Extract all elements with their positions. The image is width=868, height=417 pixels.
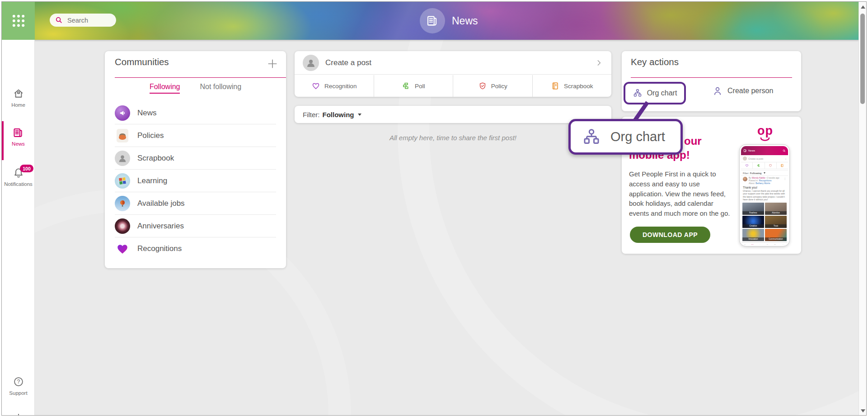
scroll-down-arrow[interactable] bbox=[861, 409, 865, 412]
search-icon bbox=[55, 16, 63, 24]
list-item-label: News bbox=[137, 109, 157, 118]
callout-label: Org chart bbox=[610, 129, 665, 144]
list-item-learning[interactable]: Learning bbox=[115, 170, 276, 192]
filter-value: Following bbox=[323, 111, 354, 118]
scrapbook-button[interactable]: Scrapbook bbox=[533, 75, 612, 97]
filter-value: Following bbox=[750, 172, 762, 175]
cube-avatar bbox=[115, 173, 130, 189]
list-item-news[interactable]: News bbox=[115, 102, 276, 124]
recognition-button[interactable]: Recognition bbox=[295, 75, 374, 97]
ring-avatar bbox=[115, 218, 130, 234]
phone-screen: News Create a post › Filter: bbox=[741, 146, 788, 245]
action-label: Org chart bbox=[647, 89, 677, 97]
org-chart-icon bbox=[633, 88, 643, 98]
list-item-recognitions[interactable]: Recognitions bbox=[115, 237, 276, 260]
download-app-button[interactable]: DOWNLOAD APP bbox=[630, 227, 710, 243]
poll-button[interactable]: Poll bbox=[374, 75, 454, 97]
shield-check-icon bbox=[478, 81, 487, 90]
list-item-label: Scrapbook bbox=[137, 154, 174, 163]
list-item-anniversaries[interactable]: Anniversaries bbox=[115, 215, 276, 237]
news-icon bbox=[743, 149, 747, 152]
left-sidebar: Home News Notifications 100 bbox=[2, 40, 35, 415]
list-item-available-jobs[interactable]: Available jobs bbox=[115, 192, 276, 215]
person-icon bbox=[712, 85, 723, 96]
logo-text: op bbox=[757, 125, 773, 137]
promo-heading-line1: our bbox=[684, 135, 702, 147]
person-avatar bbox=[115, 151, 130, 166]
key-actions-title: Key actions bbox=[631, 57, 679, 67]
action-label: Scrapbook bbox=[564, 83, 593, 90]
sidebar-item-news[interactable]: News bbox=[2, 127, 35, 147]
phone-mockup: News Create a post › Filter: bbox=[739, 144, 790, 246]
list-item-policies[interactable]: Policies bbox=[115, 124, 276, 147]
list-item-label: Recognitions bbox=[137, 244, 182, 253]
tab-not-following[interactable]: Not following bbox=[200, 83, 241, 94]
communities-panel: Communities Following Not following News… bbox=[105, 51, 286, 268]
feed-filter-bar[interactable]: Filter: Following bbox=[295, 106, 611, 123]
post-body: Chance, I cannot thank you enough for al… bbox=[743, 190, 786, 201]
tab-following[interactable]: Following bbox=[150, 83, 180, 94]
page-title-group: News bbox=[420, 8, 478, 33]
grid-tile: Creative bbox=[742, 216, 764, 228]
filter-label: Filter: bbox=[743, 172, 749, 175]
action-label: Create person bbox=[727, 87, 773, 95]
shield-check-icon bbox=[765, 162, 777, 169]
search-input[interactable] bbox=[66, 16, 111, 24]
scrollbar-thumb[interactable] bbox=[860, 14, 865, 104]
action-label: Recognition bbox=[324, 83, 357, 90]
communities-tabs: Following Not following bbox=[105, 83, 286, 94]
search-box[interactable] bbox=[50, 14, 116, 27]
phone-create-post-label: Create a post bbox=[748, 157, 784, 160]
phone-header: News bbox=[741, 146, 788, 155]
avatar bbox=[743, 156, 747, 161]
sidebar-item-label: News bbox=[12, 141, 25, 147]
communities-list: News Policies Scrapbook Lea bbox=[105, 102, 286, 260]
create-post-prompt: Create a post bbox=[325, 58, 588, 67]
news-icon bbox=[12, 127, 24, 139]
org-chart-icon bbox=[582, 127, 601, 147]
logo-smile bbox=[757, 137, 773, 142]
list-item-scrapbook[interactable]: Scrapbook bbox=[115, 147, 276, 170]
sidebar-item-label: Home bbox=[11, 102, 25, 108]
grid-tile: Innovation bbox=[742, 229, 764, 241]
sidebar-item-home[interactable]: Home bbox=[2, 87, 35, 108]
poll-icon bbox=[402, 81, 411, 90]
sidebar-item-label: Notifications bbox=[4, 181, 33, 187]
nav-me: ○Me bbox=[756, 242, 764, 245]
post-type-actions: Recognition Poll Policy Scrapbook bbox=[295, 75, 611, 97]
filter-label: Filter: bbox=[303, 111, 320, 118]
nav-notifications: ♡Notifications bbox=[779, 242, 788, 245]
sidebar-item-settings[interactable]: Settings bbox=[2, 412, 35, 416]
phone-feed-post: By Wendy Kabile • 3 weeks ago Posted in:… bbox=[741, 176, 788, 202]
heart-avatar bbox=[115, 241, 130, 256]
vertical-scrollbar[interactable] bbox=[859, 2, 866, 415]
add-community-button[interactable] bbox=[266, 57, 279, 70]
create-post-row[interactable]: Create a post bbox=[295, 51, 611, 75]
policy-button[interactable]: Policy bbox=[453, 75, 533, 97]
people-first-logo: op bbox=[757, 125, 773, 142]
user-avatar bbox=[303, 55, 319, 71]
list-item-label: Anniversaries bbox=[137, 222, 184, 231]
phone-filter-row: Filter: Following bbox=[741, 170, 788, 176]
list-item-label: Learning bbox=[137, 176, 167, 185]
grid-tile: Fearless bbox=[742, 203, 764, 215]
chevron-right-icon: › bbox=[785, 157, 786, 160]
app-launcher-button[interactable] bbox=[2, 2, 35, 40]
org-chart-callout: Org chart bbox=[568, 119, 683, 155]
balloon-avatar bbox=[115, 196, 130, 211]
sidebar-item-support[interactable]: ? Support bbox=[2, 375, 35, 396]
kebab-menu-icon: ⋮ bbox=[784, 177, 786, 185]
poll-icon bbox=[753, 162, 765, 169]
chevron-down-icon bbox=[358, 114, 361, 116]
promo-body-text: Get People First in a quick to access an… bbox=[629, 169, 735, 218]
communities-title: Communities bbox=[115, 57, 169, 67]
scroll-up-arrow[interactable] bbox=[861, 5, 865, 9]
chevron-right-icon[interactable] bbox=[594, 58, 603, 67]
create-person-button[interactable]: Create person bbox=[712, 85, 773, 96]
grid-tile: Communication bbox=[765, 229, 787, 241]
title-underline bbox=[115, 77, 286, 78]
phone-header-title: News bbox=[748, 149, 755, 152]
title-underline bbox=[631, 77, 792, 78]
news-icon bbox=[426, 14, 439, 28]
book-icon bbox=[551, 81, 560, 90]
